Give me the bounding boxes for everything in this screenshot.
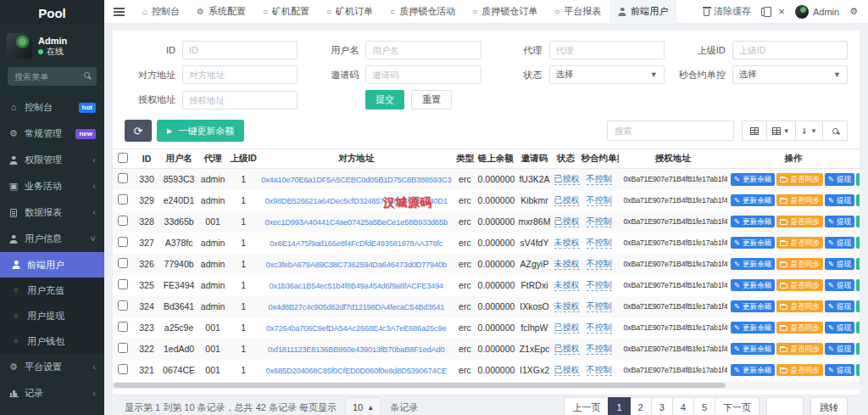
sidebar-toggle-button[interactable] bbox=[104, 0, 134, 24]
table-search-input[interactable] bbox=[607, 121, 734, 141]
tab-frontend-users[interactable]: 前端用户 bbox=[609, 0, 676, 24]
agent-input[interactable] bbox=[549, 41, 665, 59]
contract-control-link[interactable]: 不控制 bbox=[587, 301, 612, 312]
update-balance-button[interactable]: ✎更新余额 bbox=[731, 173, 776, 186]
update-balance-button[interactable]: ✎更新余额 bbox=[731, 300, 776, 313]
scrollbar-thumb[interactable] bbox=[114, 383, 726, 388]
username-input[interactable] bbox=[365, 41, 481, 59]
sync-button[interactable]: 是否同步 bbox=[776, 173, 822, 186]
tab-system-config[interactable]: ⚙系统配置 bbox=[188, 0, 254, 24]
tab-miner-orders[interactable]: ○矿机订单 bbox=[318, 0, 381, 24]
sidebar-search-input[interactable] bbox=[8, 67, 97, 86]
contract-control-link[interactable]: 不控制 bbox=[587, 280, 612, 291]
sync-button[interactable]: 是否同步 bbox=[776, 237, 822, 250]
withdraw-button[interactable]: ✎提现 bbox=[825, 216, 854, 228]
sync-button[interactable]: 是否同步 bbox=[776, 258, 822, 271]
parent-id-input[interactable] bbox=[732, 41, 848, 59]
status-select[interactable]: 选择▼ bbox=[549, 65, 665, 84]
contract-control-link[interactable]: 不控制 bbox=[587, 195, 612, 206]
address-link[interactable]: 0x7264ba706C9efDA54Ac2668E4c3A7eE686a25c… bbox=[266, 324, 446, 333]
auth-address-input[interactable] bbox=[182, 91, 298, 109]
edit-button[interactable]: ✎ bbox=[856, 364, 860, 377]
withdraw-button[interactable]: ✎提现 bbox=[825, 194, 854, 207]
fullscreen-button[interactable]: × bbox=[778, 5, 785, 18]
row-checkbox[interactable] bbox=[118, 364, 128, 374]
sidebar-item-user-wallet[interactable]: ○ 用户钱包 bbox=[0, 328, 104, 354]
jump-button[interactable]: 跳转 bbox=[810, 397, 848, 415]
contract-control-link[interactable]: 不控制 bbox=[587, 238, 612, 249]
clear-cache-button[interactable]: 清除缓存 bbox=[704, 5, 751, 18]
contract-control-link[interactable]: 不控制 bbox=[587, 322, 612, 334]
sidebar-item-user-withdraw[interactable]: ○ 用户提现 bbox=[0, 303, 104, 328]
address-link[interactable]: 0x6E14A75f9ad166e8f4FcDfdE493581978AA378… bbox=[270, 239, 442, 248]
edit-button[interactable]: ✎ bbox=[856, 173, 860, 186]
contract-control-select[interactable]: 选择▼ bbox=[732, 65, 848, 84]
sidebar-item-business[interactable]: ▣ 业务活动 ‹ bbox=[0, 173, 104, 199]
withdraw-button[interactable]: ✎提现 bbox=[825, 279, 854, 292]
row-checkbox[interactable] bbox=[118, 237, 128, 247]
sidebar-item-permissions[interactable]: 权限管理 ‹ bbox=[0, 147, 104, 173]
contract-control-link[interactable]: 不控制 bbox=[587, 344, 612, 355]
row-checkbox[interactable] bbox=[118, 258, 128, 268]
sidebar-item-dashboard[interactable]: ⌂ 控制台 hot bbox=[0, 94, 104, 121]
update-balance-button[interactable]: ✎更新余额 bbox=[731, 216, 776, 228]
contract-control-link[interactable]: 不控制 bbox=[587, 365, 612, 376]
sync-button[interactable]: 是否同步 bbox=[776, 322, 822, 334]
sidebar-item-general[interactable]: ⚙ 常规管理 new bbox=[0, 121, 104, 147]
refresh-page-button[interactable] bbox=[761, 8, 768, 16]
address-link[interactable]: 0x685D204068C85f0CfED0D060f0e8d8D5390674… bbox=[266, 367, 447, 375]
sidebar-item-user-recharge[interactable]: ○ 用户充值 bbox=[0, 278, 104, 303]
status-link[interactable]: 已授权 bbox=[554, 344, 580, 355]
navbar-settings-button[interactable]: ⚙ bbox=[849, 6, 858, 17]
refresh-button[interactable]: ⟳ bbox=[125, 120, 152, 142]
edit-button[interactable]: ✎ bbox=[856, 216, 860, 228]
address-link[interactable]: 0x98DB526621a64Dec5cfD324857A487B3FBe240… bbox=[265, 197, 448, 205]
invite-input[interactable] bbox=[365, 65, 481, 84]
edit-button[interactable]: ✎ bbox=[856, 237, 860, 250]
page-number-button[interactable]: 3 bbox=[651, 397, 673, 415]
sidebar-item-userinfo[interactable]: 用户信息 ˅ bbox=[0, 226, 104, 252]
export-button[interactable]: ⇓▼ bbox=[795, 121, 823, 141]
navbar-user[interactable]: Admin bbox=[795, 5, 839, 19]
sync-button[interactable]: 是否同步 bbox=[776, 343, 822, 356]
sync-button[interactable]: 是否同步 bbox=[776, 364, 822, 377]
page-number-button[interactable]: 2 bbox=[630, 397, 652, 415]
sync-button[interactable]: 是否同步 bbox=[776, 216, 822, 228]
sidebar-item-reports[interactable]: 数据报表 ‹ bbox=[0, 199, 104, 226]
reset-button[interactable]: 重置 bbox=[411, 90, 452, 109]
row-checkbox[interactable] bbox=[118, 343, 128, 353]
sidebar-item-frontend-users[interactable]: 前端用户 bbox=[0, 252, 104, 278]
edit-button[interactable]: ✎ bbox=[856, 322, 860, 334]
update-balance-button[interactable]: ✎更新余额 bbox=[731, 279, 776, 292]
status-link[interactable]: 已授权 bbox=[554, 174, 580, 185]
row-checkbox[interactable] bbox=[118, 322, 128, 332]
update-balance-button[interactable]: ✎更新余额 bbox=[731, 343, 776, 356]
edit-button[interactable]: ✎ bbox=[856, 343, 860, 356]
status-link[interactable]: 未授权 bbox=[554, 238, 580, 249]
row-checkbox[interactable] bbox=[118, 173, 128, 183]
page-number-button[interactable]: 1 bbox=[608, 397, 630, 415]
toggle-view-button[interactable] bbox=[742, 121, 767, 141]
update-balance-button[interactable]: ✎更新余额 bbox=[731, 322, 776, 334]
address-input[interactable] bbox=[182, 65, 298, 84]
withdraw-button[interactable]: ✎提现 bbox=[825, 258, 854, 271]
sidebar-item-platform-settings[interactable]: ⚙ 平台设置 ‹ bbox=[0, 354, 104, 380]
update-balance-button[interactable]: ✎更新余额 bbox=[731, 237, 776, 250]
tab-dashboard[interactable]: ⌂控制台 bbox=[134, 0, 188, 24]
update-balance-button[interactable]: ✎更新余额 bbox=[731, 258, 776, 271]
edit-button[interactable]: ✎ bbox=[856, 194, 860, 207]
row-checkbox[interactable] bbox=[118, 194, 128, 205]
row-checkbox[interactable] bbox=[118, 279, 128, 289]
sync-button[interactable]: 是否同步 bbox=[776, 279, 822, 292]
id-input[interactable] bbox=[182, 41, 298, 59]
status-link[interactable]: 未授权 bbox=[554, 301, 580, 312]
search-button[interactable] bbox=[822, 121, 848, 141]
edit-button[interactable]: ✎ bbox=[856, 258, 860, 271]
address-link[interactable]: 0xec1D993A40441C4ae07425a5BeCe1e58B933d6… bbox=[265, 218, 448, 227]
tab-staking-orders[interactable]: ○质押锁仓订单 bbox=[464, 0, 546, 24]
withdraw-button[interactable]: ✎提现 bbox=[825, 322, 854, 334]
page-number-button[interactable]: 4 bbox=[672, 397, 694, 415]
prev-page-button[interactable]: 上一页 bbox=[564, 397, 609, 415]
withdraw-button[interactable]: ✎提现 bbox=[825, 300, 854, 313]
next-page-button[interactable]: 下一页 bbox=[715, 397, 760, 415]
